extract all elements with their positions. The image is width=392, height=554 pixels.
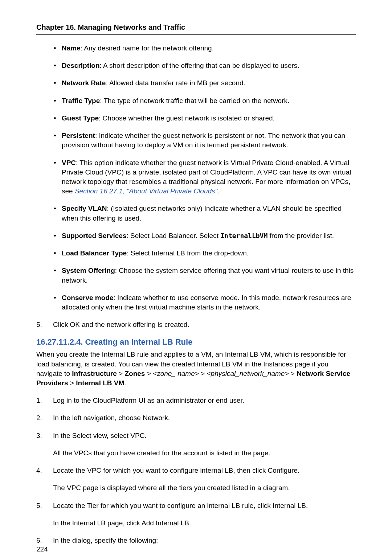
desc: : Indicate whether the guest network is … <box>62 132 345 149</box>
section-intro: When you create the Internal LB rule and… <box>36 350 356 388</box>
sep: > <box>199 370 207 377</box>
sep: > <box>68 379 76 387</box>
page-footer: 224 <box>36 543 356 553</box>
step-text: Locate the Tier for which you want to co… <box>53 502 308 509</box>
list-item: Description: A short description of the … <box>53 61 356 70</box>
desc: : A short description of the offering th… <box>100 62 299 69</box>
desc-tail: . <box>217 187 219 195</box>
list-item: Conserve mode: Indicate whether to use c… <box>53 293 356 312</box>
term: Network Rate <box>62 79 106 87</box>
section-heading: 16.27.11.2.4. Creating an Internal LB Ru… <box>36 337 356 347</box>
list-item: Supported Services: Select Load Balancer… <box>53 231 356 241</box>
step-item: Locate the Tier for which you want to co… <box>36 501 356 528</box>
term: Persistent <box>62 132 95 139</box>
step-item: Log in to the CloudPlatform UI as an adm… <box>36 396 356 405</box>
desc: : The type of network traffic that will … <box>100 97 289 104</box>
footer-rule <box>36 543 356 543</box>
desc: : Allowed data transfer rate in MB per s… <box>106 79 245 87</box>
sep: > <box>289 370 297 377</box>
sep: > <box>117 370 125 377</box>
step-note: The VPC page is displayed where all the … <box>53 483 356 493</box>
step-item: Click OK and the network offering is cre… <box>36 320 356 329</box>
term: VPC <box>62 159 76 167</box>
desc-tail: from the provider list. <box>268 232 334 239</box>
step-item: In the Select view, select VPC. All the … <box>36 431 356 458</box>
list-item: Name: Any desired name for the network o… <box>53 44 356 53</box>
step-item: In the left navigation, choose Network. <box>36 413 356 423</box>
list-item: System Offering: Choose the system servi… <box>53 266 356 285</box>
page-number: 224 <box>36 545 356 553</box>
list-item: Persistent: Indicate whether the guest n… <box>53 131 356 150</box>
intro-end: . <box>124 379 126 387</box>
step-note: In the Internal LB page, click Add Inter… <box>53 518 356 528</box>
step-item: Locate the VPC for which you want to con… <box>36 466 356 493</box>
offering-field-list: Name: Any desired name for the network o… <box>53 44 356 312</box>
path-zones: Zones <box>124 370 145 377</box>
term: Conserve mode <box>62 294 114 301</box>
numbered-list-continue: Click OK and the network offering is cre… <box>36 320 356 329</box>
list-item: Load Balancer Type: Select Internal LB f… <box>53 249 356 258</box>
list-item: VPC: This option indicate whether the gu… <box>53 158 356 196</box>
chapter-title: Chapter 16. Managing Networks and Traffi… <box>36 23 356 32</box>
desc: : Select Internal LB from the drop-down. <box>127 249 249 257</box>
path-zone-name: <zone_ name> <box>153 370 199 377</box>
list-item: Specify VLAN: (Isolated guest networks o… <box>53 204 356 223</box>
path-physical-network: <physical_network_name> <box>207 370 289 377</box>
code-token: InternalLbVM <box>220 232 268 239</box>
step-text: In the Select view, select VPC. <box>53 432 147 439</box>
step-text: In the left navigation, choose Network. <box>53 414 170 422</box>
path-infrastructure: Infrastructure <box>72 370 117 377</box>
step-text: Locate the VPC for which you want to con… <box>53 467 299 474</box>
desc: : Select Load Balancer. Select <box>126 232 220 239</box>
step-text: Click OK and the network offering is cre… <box>53 321 189 328</box>
desc: : Choose whether the guest network is is… <box>99 114 275 122</box>
step-text: Log in to the CloudPlatform UI as an adm… <box>53 397 244 404</box>
term: Traffic Type <box>62 97 100 104</box>
term: Supported Services <box>62 232 126 239</box>
sep: > <box>145 370 153 377</box>
list-item: Network Rate: Allowed data transfer rate… <box>53 78 356 88</box>
procedure-list: Log in to the CloudPlatform UI as an adm… <box>36 396 356 545</box>
term: Guest Type <box>62 114 99 122</box>
term: Specify VLAN <box>62 205 107 212</box>
list-item: Guest Type: Choose whether the guest net… <box>53 114 356 123</box>
desc: : Any desired name for the network offer… <box>81 44 214 52</box>
term: System Offering <box>62 267 115 274</box>
header-rule <box>36 34 356 35</box>
list-item: Traffic Type: The type of network traffi… <box>53 96 356 106</box>
xref-link[interactable]: Section 16.27.1, "About Virtual Private … <box>75 187 217 195</box>
term: Name <box>62 44 81 52</box>
term: Load Balancer Type <box>62 249 127 257</box>
term: Description <box>62 62 100 69</box>
step-note: All the VPCs that you have created for t… <box>53 448 356 458</box>
path-internal-lb-vm: Internal LB VM <box>76 379 124 387</box>
